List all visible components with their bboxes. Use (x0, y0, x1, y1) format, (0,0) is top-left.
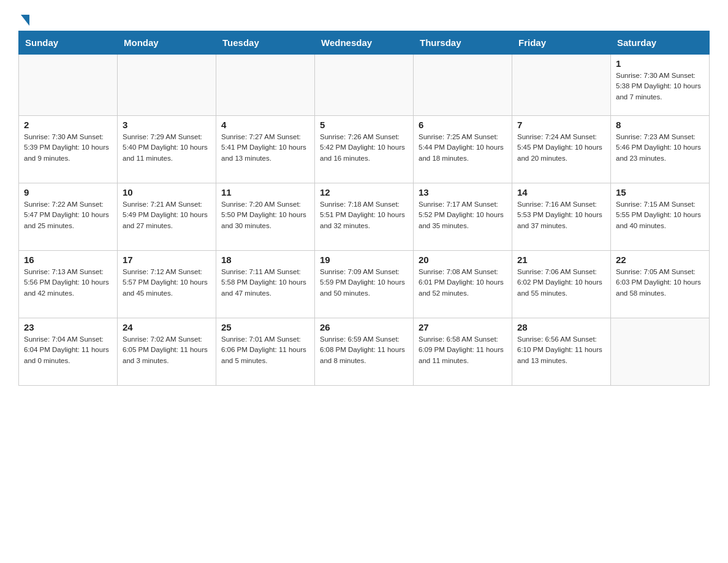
day-info: Sunrise: 7:09 AM Sunset: 5:59 PM Dayligh… (320, 267, 408, 299)
day-number: 1 (616, 58, 704, 69)
calendar-cell: 25Sunrise: 7:01 AM Sunset: 6:06 PM Dayli… (216, 318, 315, 386)
day-info: Sunrise: 6:58 AM Sunset: 6:09 PM Dayligh… (419, 334, 507, 366)
day-number: 14 (517, 187, 605, 197)
calendar-cell: 14Sunrise: 7:16 AM Sunset: 5:53 PM Dayli… (512, 183, 611, 251)
calendar-cell: 15Sunrise: 7:15 AM Sunset: 5:55 PM Dayli… (611, 183, 710, 251)
day-info: Sunrise: 7:27 AM Sunset: 5:41 PM Dayligh… (221, 132, 309, 164)
calendar-cell: 9Sunrise: 7:22 AM Sunset: 5:47 PM Daylig… (19, 183, 118, 251)
calendar-cell (19, 55, 118, 116)
calendar-cell: 4Sunrise: 7:27 AM Sunset: 5:41 PM Daylig… (216, 116, 315, 183)
calendar-cell: 21Sunrise: 7:06 AM Sunset: 6:02 PM Dayli… (512, 251, 611, 318)
day-info: Sunrise: 7:23 AM Sunset: 5:46 PM Dayligh… (616, 132, 704, 164)
day-number: 8 (616, 120, 704, 130)
calendar-week-3: 9Sunrise: 7:22 AM Sunset: 5:47 PM Daylig… (19, 183, 710, 251)
weekday-header-tuesday: Tuesday (216, 31, 315, 55)
logo-arrow-icon (21, 15, 29, 26)
calendar-header-row: SundayMondayTuesdayWednesdayThursdayFrid… (19, 31, 710, 55)
day-number: 21 (517, 255, 605, 265)
calendar-week-1: 1Sunrise: 7:30 AM Sunset: 5:38 PM Daylig… (19, 55, 710, 116)
day-info: Sunrise: 7:29 AM Sunset: 5:40 PM Dayligh… (123, 132, 211, 164)
calendar-cell: 13Sunrise: 7:17 AM Sunset: 5:52 PM Dayli… (414, 183, 512, 251)
day-number: 18 (221, 255, 309, 265)
calendar-cell: 11Sunrise: 7:20 AM Sunset: 5:50 PM Dayli… (216, 183, 315, 251)
day-info: Sunrise: 7:13 AM Sunset: 5:56 PM Dayligh… (24, 267, 112, 299)
day-number: 27 (419, 322, 507, 332)
day-info: Sunrise: 7:24 AM Sunset: 5:45 PM Dayligh… (517, 132, 605, 164)
calendar-cell: 27Sunrise: 6:58 AM Sunset: 6:09 PM Dayli… (414, 318, 512, 386)
weekday-header-thursday: Thursday (414, 31, 512, 55)
day-number: 24 (123, 322, 211, 332)
day-number: 28 (517, 322, 605, 332)
day-number: 6 (419, 120, 507, 130)
calendar-cell: 3Sunrise: 7:29 AM Sunset: 5:40 PM Daylig… (118, 116, 216, 183)
weekday-header-monday: Monday (118, 31, 216, 55)
day-number: 25 (221, 322, 309, 332)
calendar-cell: 24Sunrise: 7:02 AM Sunset: 6:05 PM Dayli… (118, 318, 216, 386)
calendar-week-5: 23Sunrise: 7:04 AM Sunset: 6:04 PM Dayli… (19, 318, 710, 386)
calendar-cell (216, 55, 315, 116)
day-info: Sunrise: 7:30 AM Sunset: 5:39 PM Dayligh… (24, 132, 112, 164)
day-info: Sunrise: 7:01 AM Sunset: 6:06 PM Dayligh… (221, 334, 309, 366)
day-number: 2 (24, 120, 112, 130)
day-number: 23 (24, 322, 112, 332)
day-info: Sunrise: 7:04 AM Sunset: 6:04 PM Dayligh… (24, 334, 112, 366)
calendar-cell (611, 318, 710, 386)
calendar-cell (512, 55, 611, 116)
day-info: Sunrise: 7:26 AM Sunset: 5:42 PM Dayligh… (320, 132, 408, 164)
day-info: Sunrise: 7:25 AM Sunset: 5:44 PM Dayligh… (419, 132, 507, 164)
day-number: 26 (320, 322, 408, 332)
day-info: Sunrise: 7:18 AM Sunset: 5:51 PM Dayligh… (320, 199, 408, 231)
day-info: Sunrise: 7:12 AM Sunset: 5:57 PM Dayligh… (123, 267, 211, 299)
calendar-cell: 12Sunrise: 7:18 AM Sunset: 5:51 PM Dayli… (315, 183, 414, 251)
weekday-header-friday: Friday (512, 31, 611, 55)
day-number: 3 (123, 120, 211, 130)
calendar-cell: 28Sunrise: 6:56 AM Sunset: 6:10 PM Dayli… (512, 318, 611, 386)
page-header (18, 12, 710, 25)
day-number: 15 (616, 187, 704, 197)
day-info: Sunrise: 7:16 AM Sunset: 5:53 PM Dayligh… (517, 199, 605, 231)
day-info: Sunrise: 7:06 AM Sunset: 6:02 PM Dayligh… (517, 267, 605, 299)
calendar-cell: 23Sunrise: 7:04 AM Sunset: 6:04 PM Dayli… (19, 318, 118, 386)
day-number: 12 (320, 187, 408, 197)
calendar-cell: 19Sunrise: 7:09 AM Sunset: 5:59 PM Dayli… (315, 251, 414, 318)
day-number: 9 (24, 187, 112, 197)
day-info: Sunrise: 7:08 AM Sunset: 6:01 PM Dayligh… (419, 267, 507, 299)
calendar-cell: 2Sunrise: 7:30 AM Sunset: 5:39 PM Daylig… (19, 116, 118, 183)
calendar-cell: 20Sunrise: 7:08 AM Sunset: 6:01 PM Dayli… (414, 251, 512, 318)
weekday-header-saturday: Saturday (611, 31, 710, 55)
day-number: 10 (123, 187, 211, 197)
calendar-cell: 8Sunrise: 7:23 AM Sunset: 5:46 PM Daylig… (611, 116, 710, 183)
day-number: 11 (221, 187, 309, 197)
day-number: 5 (320, 120, 408, 130)
day-info: Sunrise: 6:59 AM Sunset: 6:08 PM Dayligh… (320, 334, 408, 366)
day-number: 17 (123, 255, 211, 265)
day-number: 20 (419, 255, 507, 265)
day-number: 7 (517, 120, 605, 130)
calendar-cell: 26Sunrise: 6:59 AM Sunset: 6:08 PM Dayli… (315, 318, 414, 386)
day-info: Sunrise: 7:20 AM Sunset: 5:50 PM Dayligh… (221, 199, 309, 231)
calendar-cell: 17Sunrise: 7:12 AM Sunset: 5:57 PM Dayli… (118, 251, 216, 318)
calendar-cell: 7Sunrise: 7:24 AM Sunset: 5:45 PM Daylig… (512, 116, 611, 183)
weekday-header-sunday: Sunday (19, 31, 118, 55)
calendar-cell: 6Sunrise: 7:25 AM Sunset: 5:44 PM Daylig… (414, 116, 512, 183)
calendar-cell (315, 55, 414, 116)
calendar-cell: 22Sunrise: 7:05 AM Sunset: 6:03 PM Dayli… (611, 251, 710, 318)
day-number: 22 (616, 255, 704, 265)
day-info: Sunrise: 7:22 AM Sunset: 5:47 PM Dayligh… (24, 199, 112, 231)
calendar-table: SundayMondayTuesdayWednesdayThursdayFrid… (18, 31, 710, 386)
calendar-cell: 5Sunrise: 7:26 AM Sunset: 5:42 PM Daylig… (315, 116, 414, 183)
day-info: Sunrise: 6:56 AM Sunset: 6:10 PM Dayligh… (517, 334, 605, 366)
calendar-cell: 18Sunrise: 7:11 AM Sunset: 5:58 PM Dayli… (216, 251, 315, 318)
calendar-week-4: 16Sunrise: 7:13 AM Sunset: 5:56 PM Dayli… (19, 251, 710, 318)
day-info: Sunrise: 7:30 AM Sunset: 5:38 PM Dayligh… (616, 71, 704, 102)
day-number: 16 (24, 255, 112, 265)
day-number: 19 (320, 255, 408, 265)
day-info: Sunrise: 7:11 AM Sunset: 5:58 PM Dayligh… (221, 267, 309, 299)
day-info: Sunrise: 7:05 AM Sunset: 6:03 PM Dayligh… (616, 267, 704, 299)
calendar-cell: 16Sunrise: 7:13 AM Sunset: 5:56 PM Dayli… (19, 251, 118, 318)
day-number: 13 (419, 187, 507, 197)
calendar-week-2: 2Sunrise: 7:30 AM Sunset: 5:39 PM Daylig… (19, 116, 710, 183)
calendar-cell: 10Sunrise: 7:21 AM Sunset: 5:49 PM Dayli… (118, 183, 216, 251)
day-info: Sunrise: 7:17 AM Sunset: 5:52 PM Dayligh… (419, 199, 507, 231)
day-info: Sunrise: 7:02 AM Sunset: 6:05 PM Dayligh… (123, 334, 211, 366)
